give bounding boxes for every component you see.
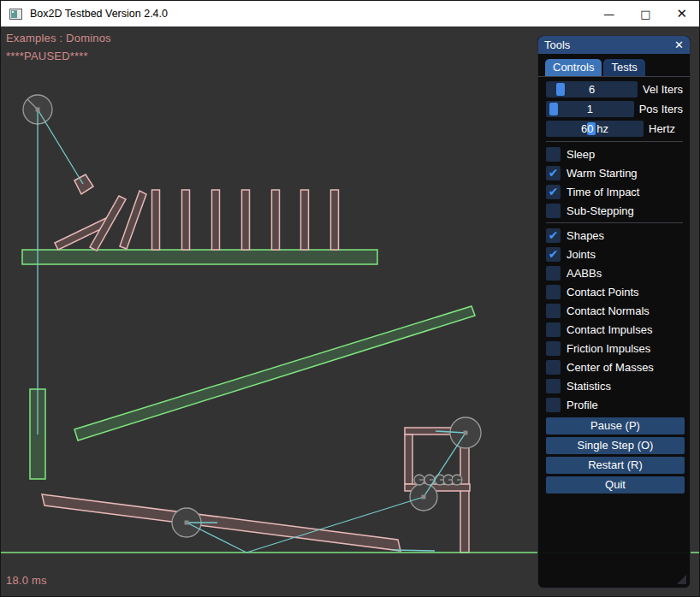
domino-standing (331, 190, 339, 250)
joint-anchor (422, 495, 426, 499)
frame-time-label: 18.0 ms (6, 574, 47, 587)
checkbox-box[interactable] (546, 322, 561, 337)
vel-iters-row: 6Vel Iters (546, 81, 683, 98)
checkbox-profile[interactable]: Profile (546, 398, 683, 412)
checkbox-warm-starting[interactable]: ✔Warm Starting (546, 166, 683, 180)
minimize-icon[interactable]: — (603, 1, 614, 27)
checkbox-label: Contact Impulses (567, 323, 652, 336)
domino-standing (272, 190, 280, 250)
button-quit[interactable]: Quit (546, 476, 685, 494)
checkbox-box[interactable] (546, 341, 561, 356)
checkbox-label: Friction Impulses (567, 342, 650, 355)
checkbox-aabbs[interactable]: AABBs (546, 266, 683, 281)
check-icon: ✔ (549, 248, 559, 260)
check-icon: ✔ (549, 186, 559, 198)
checkbox-label: Sub-Stepping (567, 204, 634, 217)
pos-iters-row: 1Pos Iters (546, 101, 683, 117)
panel-close-icon[interactable]: ✕ (674, 38, 684, 51)
hertz-slider[interactable]: 60 hz (546, 121, 644, 137)
pos-iters-slider[interactable]: 1 (546, 101, 634, 117)
button-single-step-o[interactable]: Single Step (O) (546, 437, 685, 454)
joint-line (38, 109, 83, 184)
ramp (74, 306, 475, 440)
hertz-value: 60 hz (546, 121, 644, 137)
checkbox-friction-impulses[interactable]: Friction Impulses (546, 341, 683, 356)
checkbox-label: AABBs (567, 267, 602, 280)
tabbar: ControlsTests (538, 54, 690, 77)
vel-iters-label: Vel Iters (643, 83, 683, 96)
joint-anchor (36, 108, 40, 112)
app-icon (9, 9, 22, 20)
checkbox-label: Center of Masses (567, 361, 654, 374)
checkbox-statistics[interactable]: Statistics (546, 379, 683, 393)
checkbox-center-of-masses[interactable]: Center of Masses (546, 360, 683, 375)
panel-body: 6Vel Iters1Pos Iters60 hzHertz Sleep✔War… (538, 77, 690, 494)
tools-panel: Tools ✕ ControlsTests 6Vel Iters1Pos Ite… (537, 35, 691, 588)
buttons-section: Pause (P)Single Step (O)Restart (R)Quit (546, 417, 683, 494)
checkbox-box[interactable] (546, 204, 561, 218)
app-window: Examples : Dominos ****PAUSED**** 18.0 m… (0, 0, 700, 597)
checkbox-box[interactable]: ✔ (546, 185, 561, 199)
checkbox-label: Profile (567, 399, 598, 411)
checkbox-box[interactable]: ✔ (546, 247, 561, 262)
checkbox-box[interactable] (546, 304, 561, 318)
tools-panel-title: Tools (544, 38, 570, 51)
hertz-row: 60 hzHertz (546, 121, 683, 137)
checkbox-box[interactable] (546, 360, 561, 375)
checkbox-contact-impulses[interactable]: Contact Impulses (546, 322, 683, 337)
checkbox-label: Contact Normals (567, 304, 650, 317)
joint-anchor (464, 431, 468, 435)
domino-standing (152, 190, 160, 250)
checkbox-sub-stepping[interactable]: Sub-Stepping (546, 204, 683, 218)
button-pause-p[interactable]: Pause (P) (546, 417, 685, 434)
pos-iters-label: Pos Iters (639, 103, 683, 115)
paused-label: ****PAUSED**** (6, 50, 88, 62)
checkbox-box[interactable]: ✔ (546, 228, 561, 243)
checkbox-contact-normals[interactable]: Contact Normals (546, 304, 683, 318)
checkbox-label: Contact Points (567, 286, 639, 298)
maximize-icon[interactable]: □ (640, 1, 650, 27)
checkbox-time-of-impact[interactable]: ✔Time of Impact (546, 185, 683, 199)
pos-iters-value: 1 (546, 101, 634, 117)
checkbox-box[interactable] (546, 398, 561, 412)
checkbox-shapes[interactable]: ✔Shapes (546, 228, 683, 243)
checkbox-box[interactable]: ✔ (546, 166, 561, 180)
domino-standing (301, 190, 309, 250)
checkbox-label: Statistics (567, 380, 611, 393)
domino-standing (242, 190, 250, 250)
vel-iters-slider[interactable]: 6 (546, 81, 638, 98)
check-icon: ✔ (549, 229, 559, 241)
separator (546, 141, 683, 142)
separator (546, 222, 683, 223)
hertz-label: Hertz (649, 122, 675, 135)
checkbox-box[interactable] (546, 285, 561, 299)
window-controls: — □ ✕ (603, 1, 687, 27)
checkbox-box[interactable] (546, 147, 561, 162)
pendulum-bob (74, 174, 93, 194)
check-icon: ✔ (549, 167, 559, 179)
vel-iters-value: 6 (546, 81, 638, 98)
checkbox-box[interactable] (546, 379, 561, 393)
checkbox-contact-points[interactable]: Contact Points (546, 285, 683, 299)
checkbox-sleep[interactable]: Sleep (546, 147, 683, 162)
close-icon[interactable]: ✕ (676, 1, 687, 27)
button-restart-r[interactable]: Restart (R) (546, 457, 685, 474)
domino-standing (212, 190, 220, 250)
frame-right-post (460, 434, 469, 553)
domino-standing (182, 190, 190, 250)
checkbox-label: Sleep (567, 148, 595, 161)
platform-shelf (22, 250, 377, 264)
window-title: Box2D Testbed Version 2.4.0 (30, 8, 168, 20)
tab-controls[interactable]: Controls (545, 59, 602, 76)
example-label: Examples : Dominos (6, 32, 111, 44)
checkbox-label: Time of Impact (567, 186, 639, 198)
seesaw-plank (42, 494, 400, 551)
joint-anchor (185, 521, 189, 525)
checkbox-box[interactable] (546, 266, 561, 281)
checkbox-joints[interactable]: ✔Joints (546, 247, 683, 262)
tools-panel-titlebar[interactable]: Tools ✕ (538, 36, 690, 54)
checkbox-label: Joints (567, 248, 596, 261)
tab-tests[interactable]: Tests (603, 59, 644, 76)
resize-grip-icon[interactable] (677, 575, 686, 584)
sliders-section: 6Vel Iters1Pos Iters60 hzHertz (546, 81, 683, 137)
